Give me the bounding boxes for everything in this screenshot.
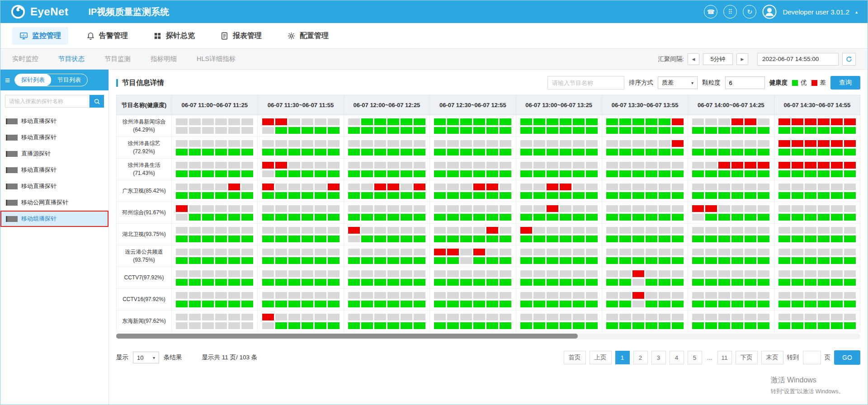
block-empty xyxy=(692,140,704,147)
nav-tab-2[interactable]: 告警管理 xyxy=(79,27,135,45)
block-empty xyxy=(745,270,756,277)
page-size-select[interactable]: 10 ▾ xyxy=(133,352,159,363)
page-button-4[interactable]: 4 xyxy=(670,351,684,364)
block-good xyxy=(619,170,631,177)
menu-icon[interactable]: ≡ xyxy=(5,76,10,85)
subnav-tab-3[interactable]: 节目监测 xyxy=(104,55,131,63)
prev-page-button[interactable]: 上页 xyxy=(590,351,612,364)
scrollbar-thumb[interactable] xyxy=(116,334,578,339)
block-empty xyxy=(401,270,412,277)
user-menu-caret-icon[interactable]: ▴ xyxy=(855,9,858,14)
probe-label: 移动直播探针 xyxy=(21,166,57,174)
block-good xyxy=(646,235,657,242)
probe-list-item-5[interactable]: 移动直播探针 xyxy=(0,178,108,194)
block-good xyxy=(672,127,684,134)
page-button-2[interactable]: 2 xyxy=(633,351,648,364)
nav-tab-1[interactable]: 监控管理 xyxy=(12,27,68,45)
nav-tab-5[interactable]: 配置管理 xyxy=(280,27,336,45)
history-icon[interactable]: ↻ xyxy=(743,5,756,19)
interval-next-button[interactable]: ▶ xyxy=(736,53,748,65)
nav-tab-3[interactable]: 探针总览 xyxy=(146,27,202,45)
probe-list-item-7[interactable]: 移动组播探针 xyxy=(0,211,108,227)
probe-list-item-6[interactable]: 移动公网直播探针 xyxy=(0,194,108,211)
block-good xyxy=(547,257,558,264)
block-good xyxy=(818,235,830,242)
health-blocks-cell xyxy=(774,311,860,332)
block-empty xyxy=(387,205,399,212)
main-content: 节目信息详情 排序方式 质差 ▾ 颗粒度 健康度 优 xyxy=(109,70,868,405)
subnav-tab-1[interactable]: 实时监控 xyxy=(12,55,38,63)
health-blocks-cell xyxy=(344,267,429,289)
app-window: EyeNet IP视频质量监测系统 ☎ ⠿ ↻ Developer user 3… xyxy=(0,0,868,405)
block-empty xyxy=(176,292,188,299)
block-empty xyxy=(473,270,485,277)
block-empty xyxy=(288,292,300,299)
subnav-tab-4[interactable]: 指标明细 xyxy=(151,55,177,63)
block-empty xyxy=(646,292,657,299)
avatar-icon[interactable] xyxy=(762,5,777,19)
probe-list-item-4[interactable]: 移动直播探针 xyxy=(0,162,108,178)
block-empty xyxy=(215,227,227,234)
good-color-swatch xyxy=(792,80,798,86)
block-empty xyxy=(202,227,214,234)
health-blocks-cell xyxy=(688,267,774,289)
block-bad xyxy=(473,184,485,190)
datetime-input[interactable]: 2022-06-07 14:55:00 xyxy=(757,53,839,66)
user-name[interactable]: Developer user 3.01.2 xyxy=(783,8,849,16)
subnav-tab-2[interactable]: 节目状态 xyxy=(58,55,85,63)
apps-icon[interactable]: ⠿ xyxy=(723,5,737,19)
block-good xyxy=(606,322,618,329)
go-button[interactable]: GO xyxy=(834,350,860,365)
interval-value[interactable]: 5分钟 xyxy=(703,53,733,65)
program-search-input[interactable] xyxy=(547,76,624,89)
block-empty xyxy=(745,292,756,299)
block-empty xyxy=(646,162,657,169)
block-empty xyxy=(573,205,585,212)
probe-list-item-1[interactable]: 移动直播探针 xyxy=(0,113,108,129)
toggle-probe-list[interactable]: 探针列表 xyxy=(15,74,51,86)
page-button-11[interactable]: 11 xyxy=(717,351,732,364)
sort-select[interactable]: 质差 ▾ xyxy=(658,76,698,89)
page-button-3[interactable]: 3 xyxy=(651,351,666,364)
granularity-input[interactable] xyxy=(725,76,765,89)
health-blocks-cell xyxy=(774,267,860,289)
block-empty xyxy=(374,270,386,277)
block-good xyxy=(619,214,631,221)
block-empty xyxy=(176,227,188,234)
probe-list-item-3[interactable]: 直播源探针 xyxy=(0,146,108,162)
block-empty xyxy=(718,314,730,320)
probe-search-button[interactable] xyxy=(90,95,104,108)
interval-prev-button[interactable]: ◀ xyxy=(688,53,699,65)
probe-list-item-2[interactable]: 移动直播探针 xyxy=(0,129,108,146)
nav-tab-4[interactable]: 报表管理 xyxy=(213,27,269,45)
refresh-button[interactable] xyxy=(842,53,856,66)
toggle-program-list[interactable]: 节目列表 xyxy=(51,74,87,86)
block-good xyxy=(473,301,485,307)
block-bad xyxy=(486,227,498,234)
goto-page-input[interactable] xyxy=(803,351,821,364)
block-empty xyxy=(646,314,657,320)
block-good xyxy=(758,214,769,221)
block-good xyxy=(692,170,704,177)
block-good xyxy=(401,127,412,134)
probe-search-input[interactable] xyxy=(5,95,90,108)
block-good xyxy=(262,192,274,199)
last-page-button[interactable]: 末页 xyxy=(761,351,783,364)
block-good xyxy=(288,170,300,177)
page-button-1[interactable]: 1 xyxy=(615,351,630,364)
subnav-tab-5[interactable]: HLS详细指标 xyxy=(197,55,236,63)
eyenet-logo-icon xyxy=(10,4,26,19)
query-button[interactable]: 查询 xyxy=(830,76,860,89)
first-page-button[interactable]: 首页 xyxy=(564,351,586,364)
block-empty xyxy=(792,314,803,320)
health-blocks-cell xyxy=(602,311,688,332)
phone-icon[interactable]: ☎ xyxy=(704,5,717,19)
block-bad xyxy=(348,227,360,234)
block-empty xyxy=(705,249,717,255)
block-good xyxy=(619,301,631,307)
page-button-5[interactable]: 5 xyxy=(688,351,702,364)
block-good xyxy=(606,118,618,125)
block-good xyxy=(758,192,769,199)
next-page-button[interactable]: 下页 xyxy=(736,351,758,364)
bad-color-swatch xyxy=(811,80,817,86)
